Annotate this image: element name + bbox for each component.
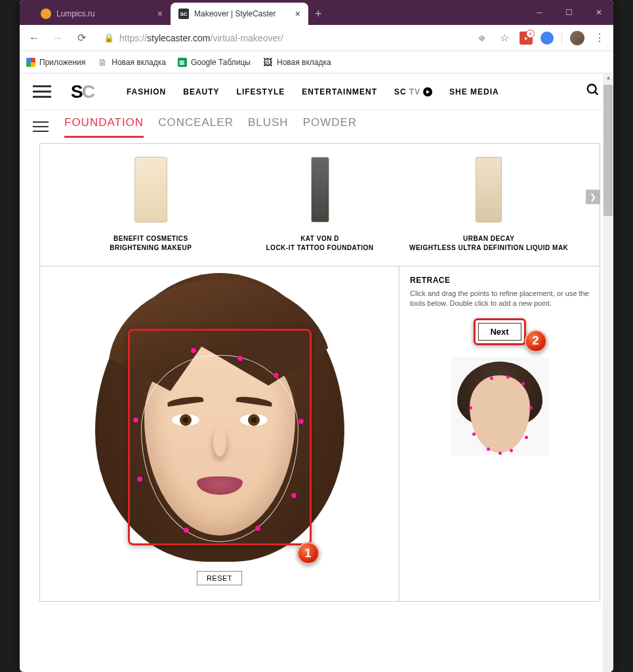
trace-point[interactable] [184, 528, 189, 533]
product-item[interactable]: URBAN DECAY WEIGHTLESS ULTRA DEFINITION … [404, 157, 573, 253]
image-icon [262, 57, 273, 68]
titlebar: Lumpics.ru × SC Makeover | StyleCaster ×… [20, 0, 613, 25]
workspace: 1 RESET RETRACE Click and drag the point… [39, 266, 600, 602]
carousel-next-button[interactable]: ❯ [586, 190, 600, 204]
reload-button[interactable]: ⟳ [73, 30, 89, 46]
product-name: LOCK-IT TATTOO FOUNDATION [235, 243, 405, 253]
tab-title: Lumpics.ru [56, 9, 95, 18]
close-icon[interactable]: × [157, 9, 163, 19]
forward-button[interactable]: → [50, 30, 66, 46]
search-icon[interactable] [586, 83, 600, 101]
minimize-button[interactable]: ─ [525, 0, 554, 25]
trace-point[interactable] [291, 493, 296, 498]
bookmark-star-icon[interactable]: ☆ [497, 31, 512, 45]
product-image [476, 157, 502, 222]
page-icon [97, 57, 108, 68]
translate-icon[interactable]: ⎆ [475, 31, 489, 45]
product-carousel: BENEFIT COSMETICS BRIGHTENING MAKEUP KAT… [39, 143, 600, 266]
trace-point[interactable] [191, 348, 196, 353]
canvas-panel: 1 RESET [40, 266, 399, 601]
close-icon[interactable]: × [295, 9, 300, 19]
tab-powder[interactable]: POWDER [303, 116, 357, 138]
bookmark-apps[interactable]: Приложения [26, 58, 85, 67]
extension-icon[interactable]: ▸ [520, 32, 533, 45]
favicon-icon [41, 9, 51, 19]
tab-blush[interactable]: BLUSH [248, 116, 289, 138]
maximize-button[interactable]: ☐ [554, 0, 584, 25]
svg-line-1 [595, 91, 598, 94]
reference-face [451, 357, 549, 455]
close-button[interactable]: ✕ [584, 0, 613, 25]
bookmark-newtab2[interactable]: Новая вкладка [262, 57, 331, 68]
nav-sctv[interactable]: SCTV [394, 87, 432, 96]
tab-strip: Lumpics.ru × SC Makeover | StyleCaster ×… [20, 3, 329, 25]
hamburger-icon[interactable] [33, 82, 51, 101]
product-brand: BENEFIT COSMETICS [66, 234, 235, 243]
panel-description: Click and drag the points to refine plac… [410, 289, 589, 309]
app-tabs-bar: FOUNDATION CONCEALER BLUSH POWDER [20, 110, 613, 143]
app-tabs: FOUNDATION CONCEALER BLUSH POWDER [64, 116, 357, 138]
product-name: WEIGHTLESS ULTRA DEFINITION LIQUID MAK [404, 243, 573, 253]
tab-stylecaster[interactable]: SC Makeover | StyleCaster × [171, 3, 308, 25]
lock-icon: 🔒 [104, 33, 114, 43]
app-menu-icon[interactable] [33, 118, 49, 135]
bookmarks-bar: Приложения Новая вкладка ▦ Google Таблиц… [20, 51, 613, 74]
browser-window: Lumpics.ru × SC Makeover | StyleCaster ×… [20, 0, 613, 672]
product-brand: KAT VON D [235, 234, 405, 243]
extension-icon[interactable] [541, 32, 554, 45]
url-bar[interactable]: 🔒 https://stylecaster.com/virtual-makeov… [97, 33, 467, 43]
product-brand: URBAN DECAY [404, 234, 573, 243]
back-button[interactable]: ← [26, 30, 42, 46]
svg-point-0 [588, 84, 596, 93]
site-header: SC FASHION BEAUTY LIFESTYLE ENTERTAINMEN… [20, 74, 613, 110]
favicon-icon: SC [178, 9, 189, 19]
nav-lifestyle[interactable]: LIFESTYLE [237, 87, 285, 96]
site-logo[interactable]: SC [71, 81, 94, 102]
reset-button[interactable]: RESET [197, 571, 242, 585]
window-controls: ─ ☐ ✕ [525, 0, 613, 25]
trace-point[interactable] [298, 419, 304, 424]
annotation-badge-2: 2 [525, 330, 547, 352]
nav-beauty[interactable]: BEAUTY [183, 87, 219, 96]
trace-point[interactable] [137, 476, 142, 482]
bookmark-sheets[interactable]: ▦ Google Таблицы [178, 58, 251, 67]
tab-concealer[interactable]: CONCEALER [158, 116, 234, 138]
nav-fashion[interactable]: FASHION [127, 87, 166, 96]
control-panel: RETRACE Click and drag the points to ref… [399, 266, 600, 601]
site-nav: FASHION BEAUTY LIFESTYLE ENTERTAINMENT S… [127, 87, 499, 96]
product-item[interactable]: KAT VON D LOCK-IT TATTOO FOUNDATION [235, 157, 405, 253]
product-item[interactable]: BENEFIT COSMETICS BRIGHTENING MAKEUP [66, 157, 235, 253]
separator [562, 32, 562, 45]
product-image [134, 157, 167, 222]
trace-point[interactable] [274, 373, 279, 378]
scroll-up-icon[interactable]: ▴ [603, 74, 613, 84]
nav-entertainment[interactable]: ENTERTAINMENT [302, 87, 377, 96]
sheets-icon: ▦ [178, 58, 187, 67]
nav-shemedia[interactable]: SHE MEDIA [449, 87, 499, 96]
trace-point[interactable] [237, 356, 243, 361]
play-icon [423, 87, 432, 96]
url-text: https://stylecaster.com/virtual-makeover… [119, 33, 283, 43]
page-content: ▴ SC FASHION BEAUTY LIFESTYLE ENTERTAINM… [20, 74, 613, 672]
tab-lumpics[interactable]: Lumpics.ru × [33, 3, 171, 25]
tab-title: Makeover | StyleCaster [194, 9, 276, 18]
new-tab-button[interactable]: + [308, 3, 329, 25]
product-image [311, 157, 329, 222]
menu-icon[interactable]: ⋮ [592, 31, 607, 45]
apps-icon [26, 58, 35, 67]
annotation-box-2: Next 2 [473, 318, 525, 345]
scrollbar[interactable]: ▴ [603, 74, 613, 672]
next-button[interactable]: Next [478, 323, 521, 341]
scrollbar-thumb[interactable] [603, 85, 613, 216]
profile-avatar[interactable] [570, 31, 584, 45]
product-name: BRIGHTENING MAKEUP [66, 243, 235, 253]
bookmark-newtab[interactable]: Новая вкладка [97, 57, 166, 68]
browser-toolbar: ← → ⟳ 🔒 https://stylecaster.com/virtual-… [20, 25, 613, 51]
tab-foundation[interactable]: FOUNDATION [64, 116, 144, 138]
face-canvas[interactable] [40, 266, 399, 568]
annotation-badge-1: 1 [297, 542, 319, 564]
panel-title: RETRACE [410, 276, 589, 285]
